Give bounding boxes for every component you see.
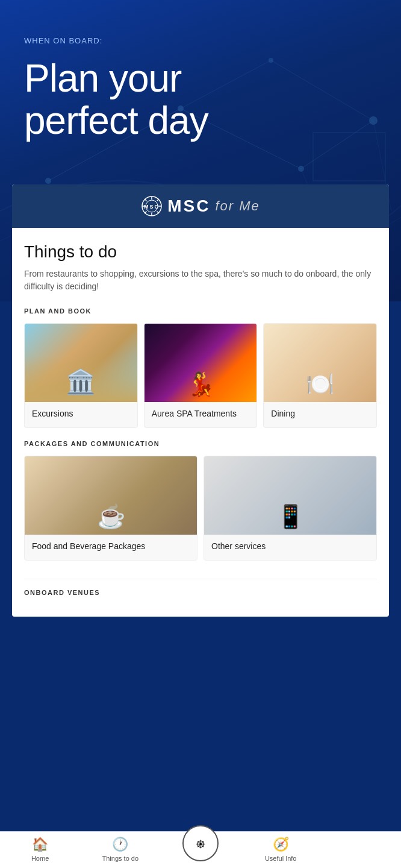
logo-bar: MSC MSC for Me (12, 184, 389, 228)
food-beverage-card[interactable]: Food and Beverage Packages (24, 456, 197, 561)
dining-label: Dining (264, 402, 376, 427)
main-card: MSC MSC for Me Things to do From restaur… (12, 184, 389, 617)
compass-icon: 🧭 (273, 837, 289, 852)
onboard-venues-section: ONBOARD VENUES (12, 579, 389, 617)
other-services-image (204, 456, 376, 535)
useful-info-label: Useful Info (265, 855, 297, 862)
packages-label: PACKAGES AND COMMUNICATION (24, 440, 377, 447)
excursions-label: Excursions (25, 402, 137, 427)
plan-book-row: Excursions Aurea SPA Treatments Dining (24, 323, 377, 428)
nav-things-to-do[interactable]: 🕐 Things to do (80, 837, 160, 862)
home-label: Home (31, 855, 49, 862)
hero-subtitle: WHEN ON BOARD: (24, 36, 377, 45)
food-beverage-label: Food and Beverage Packages (25, 535, 197, 560)
brand-script: for Me (215, 198, 260, 214)
brand-name: MSC (167, 197, 210, 216)
hero-title: Plan your perfect day (24, 57, 377, 142)
onboard-venues-label: ONBOARD VENUES (24, 579, 377, 605)
dining-card[interactable]: Dining (263, 323, 377, 428)
svg-point-10 (298, 166, 304, 172)
nav-home[interactable]: 🏠 Home (0, 837, 80, 862)
card-content: Things to do From restaurants to shoppin… (12, 228, 389, 579)
clock-icon: 🕐 (112, 837, 128, 852)
svg-text:MSC: MSC (144, 204, 160, 210)
bottom-navigation: 🏠 Home 🕐 Things to do ⎈ 🧭 Useful Info (0, 831, 401, 868)
other-services-label: Other services (204, 535, 376, 560)
nav-center-helm[interactable]: ⎈ (160, 837, 240, 861)
section-description: From restaurants to shopping, excursions… (24, 268, 377, 293)
dining-image (264, 324, 376, 402)
msc-emblem-icon: MSC (141, 195, 163, 217)
spa-label: Aurea SPA Treatments (145, 402, 257, 427)
svg-point-8 (45, 178, 51, 184)
home-icon: 🏠 (32, 837, 48, 852)
packages-row: Food and Beverage Packages Other service… (24, 456, 377, 561)
msc-logo: MSC MSC for Me (141, 195, 260, 217)
spa-card[interactable]: Aurea SPA Treatments (144, 323, 258, 428)
excursions-card[interactable]: Excursions (24, 323, 138, 428)
helm-button[interactable]: ⎈ (182, 825, 219, 861)
things-to-do-title: Things to do (24, 242, 377, 262)
hero-section: WHEN ON BOARD: Plan your perfect day (0, 0, 401, 166)
nav-useful-info[interactable]: 🧭 Useful Info (241, 837, 321, 862)
other-services-card[interactable]: Other services (204, 456, 377, 561)
food-beverage-image (25, 456, 197, 535)
bottom-spacer (0, 617, 401, 665)
things-to-do-nav-label: Things to do (102, 855, 139, 862)
plan-book-label: PLAN AND BOOK (24, 307, 377, 315)
excursions-image (25, 324, 137, 402)
helm-icon: ⎈ (196, 835, 205, 852)
spa-image (145, 324, 257, 402)
